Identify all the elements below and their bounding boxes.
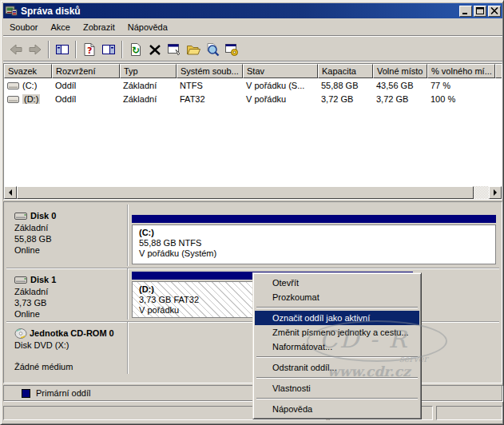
volume-icon: [7, 95, 19, 104]
cell-typ: Základní: [120, 78, 177, 92]
partition-c[interactable]: (C:) 55,88 GB NTFS V pořádku (Systém): [132, 215, 496, 264]
menu-separator: [256, 307, 418, 308]
menu-item-odstranit-oddil[interactable]: Odstranit oddíl...: [255, 360, 419, 375]
cell-rozvrzeni: Oddíl: [52, 78, 120, 92]
cdrom-icon: [14, 328, 27, 339]
status-pane: [436, 406, 502, 420]
disk-title: Disk 0: [30, 210, 56, 221]
cdrom-drive: Disk DVD (X:): [14, 340, 122, 351]
scroll-right-icon[interactable]: [489, 186, 502, 199]
menu-item-napoveda[interactable]: Nápověda: [255, 402, 419, 416]
cell-procento: 77 %: [427, 78, 495, 92]
column-header-stav[interactable]: Stav: [243, 64, 318, 78]
menu-item-naformatovat[interactable]: Naformátovat...: [255, 340, 419, 354]
column-header-rozvrzeni[interactable]: Rozvržení: [52, 64, 120, 78]
column-header-volne-misto[interactable]: Volné místo: [373, 64, 427, 78]
disk-0-partition-area: (C:) 55,88 GB NTFS V pořádku (Systém): [129, 205, 499, 266]
menu-item-oznacit-oddil-jako-aktivni[interactable]: Označit oddíl jako aktivní: [255, 311, 419, 325]
back-icon[interactable]: [6, 40, 26, 59]
cell-stav: V pořádku (S...: [243, 78, 318, 92]
properties-icon[interactable]: [165, 40, 184, 59]
scrollbar-thumb[interactable]: [17, 186, 474, 199]
menu-zobrazit[interactable]: Zobrazit: [77, 20, 121, 34]
menu-item-otevrit[interactable]: Otevřít: [255, 276, 419, 290]
disk-0-row: Disk 0 Základní 55,88 GB Online (C:) 55,…: [6, 205, 499, 268]
scroll-left-icon[interactable]: [4, 186, 17, 199]
disk-0-header[interactable]: Disk 0 Základní 55,88 GB Online: [8, 205, 128, 266]
maximize-button[interactable]: [474, 6, 486, 17]
horizontal-scrollbar[interactable]: [4, 186, 502, 199]
cell-volne-misto: 3,72 GB: [373, 92, 427, 105]
disk-icon: [14, 275, 28, 284]
disk-type: Základní: [14, 286, 122, 297]
menu-akce[interactable]: Akce: [44, 20, 76, 34]
show-action-pane-icon[interactable]: [99, 40, 118, 59]
disk-management-window: Správa disků Soubor Akce Zobrazit Nápově…: [0, 0, 504, 425]
table-row[interactable]: (C:) Oddíl Základní NTFS V pořádku (S...…: [4, 78, 502, 92]
partition-type-band: [132, 215, 496, 223]
disk-title: Disk 1: [30, 274, 56, 285]
title-bar: Správa disků: [3, 3, 502, 18]
refresh-icon[interactable]: ↻: [126, 40, 145, 59]
menu-separator: [256, 356, 418, 358]
menu-item-zmenit-pismeno-jednotky[interactable]: Změnit písmeno jednotky a cestu...: [255, 325, 419, 340]
cell-stav: V pořádku: [243, 92, 318, 105]
partition-context-menu: Otevřít Prozkoumat Označit oddíl jako ak…: [252, 272, 422, 419]
menu-separator: [256, 398, 418, 399]
minimize-button[interactable]: [459, 6, 472, 17]
delete-icon[interactable]: [145, 40, 165, 59]
column-header-system-souboru[interactable]: Systém soub...: [177, 64, 243, 78]
cell-filler: [495, 92, 502, 105]
forward-icon[interactable]: [26, 40, 45, 59]
column-header-procento[interactable]: % volného mí...: [427, 64, 495, 78]
legend-label: Primární oddíl: [36, 388, 90, 398]
cell-volne-misto: 43,56 GB: [373, 78, 427, 92]
show-console-tree-icon[interactable]: [53, 40, 72, 59]
menu-item-vlastnosti[interactable]: Vlastnosti: [255, 381, 419, 395]
toolbar-separator: [75, 41, 77, 58]
disk-size: 3,73 GB: [14, 297, 122, 308]
column-header-kapacita[interactable]: Kapacita: [318, 64, 373, 78]
menu-bar: Soubor Akce Zobrazit Nápověda: [3, 19, 502, 36]
column-header-filler: [495, 64, 502, 78]
volume-icon: [7, 81, 19, 90]
disk-status: Online: [14, 244, 122, 256]
cell-system: FAT32: [177, 92, 243, 105]
partition-status: V pořádku (Systém): [139, 248, 489, 259]
volume-list-header: Svazek Rozvržení Typ Systém soub... Stav…: [4, 64, 502, 78]
find-icon[interactable]: [203, 40, 222, 59]
cdrom-header[interactable]: Jednotka CD-ROM 0 Disk DVD (X:) Žádné mé…: [8, 322, 128, 374]
toolbar-separator: [48, 41, 50, 58]
app-icon: [5, 5, 18, 17]
toolbar-separator: [121, 41, 123, 58]
menu-soubor[interactable]: Soubor: [3, 20, 44, 34]
menu-napoveda[interactable]: Nápověda: [121, 20, 174, 34]
volume-label-selected: (D:): [22, 94, 40, 104]
cell-rozvrzeni: Oddíl: [52, 92, 120, 105]
disk-status: Online: [14, 308, 122, 320]
column-header-svazek[interactable]: Svazek: [4, 64, 52, 78]
cdrom-media-status: Žádné médium: [14, 361, 122, 372]
primary-partition-swatch: [22, 389, 30, 398]
open-folder-icon[interactable]: [184, 40, 203, 59]
partition-size: 55,88 GB NTFS: [139, 238, 489, 248]
column-header-typ[interactable]: Typ: [120, 64, 177, 78]
svg-text:↻: ↻: [132, 45, 140, 56]
close-button[interactable]: [488, 6, 501, 17]
volume-label: (C:): [22, 81, 37, 90]
window-title: Správa disků: [21, 6, 458, 17]
menu-item-prozkoumat[interactable]: Prozkoumat: [255, 290, 419, 304]
menu-separator: [256, 377, 418, 379]
cdrom-title: Jednotka CD-ROM 0: [30, 328, 114, 339]
cell-filler: [495, 78, 502, 92]
scrollbar-track[interactable]: [474, 186, 489, 199]
toolbar: ? ↻: [3, 38, 502, 62]
cell-procento: 100 %: [427, 92, 495, 105]
volume-list: Svazek Rozvržení Typ Systém soub... Stav…: [3, 63, 502, 200]
manage-computer-icon[interactable]: [222, 40, 241, 59]
table-row[interactable]: (D:) Oddíl Základní FAT32 V pořádku 3,72…: [4, 92, 502, 105]
disk-1-header[interactable]: Disk 1 Základní 3,73 GB Online: [8, 268, 128, 320]
partition-label: (C:): [139, 228, 489, 238]
disk-size: 55,88 GB: [14, 233, 122, 244]
help-icon[interactable]: ?: [80, 40, 99, 59]
